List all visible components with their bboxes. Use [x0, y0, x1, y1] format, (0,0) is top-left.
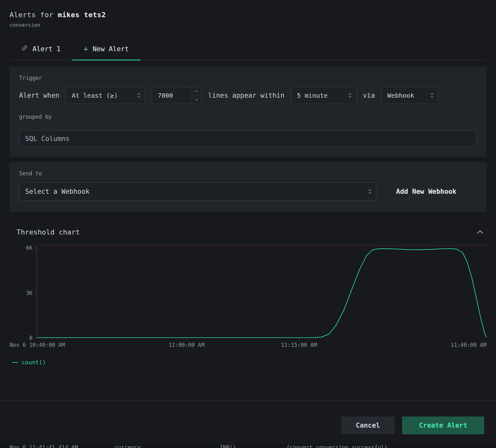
threshold-input[interactable]: 7000: [152, 87, 202, 104]
send-to-label: Send to: [19, 170, 477, 177]
x-tick-mark: [187, 338, 187, 341]
x-tick-label: 11:00:00 AM: [169, 342, 205, 348]
plus-icon: +: [84, 45, 88, 53]
trigger-label: Trigger: [19, 75, 477, 81]
updown-chevron-icon: [137, 92, 141, 99]
y-tick-mark: [34, 293, 37, 293]
step-up-button[interactable]: [192, 87, 201, 96]
updown-chevron-icon: [348, 92, 352, 99]
count-line-chart: [37, 245, 486, 338]
time-window-select[interactable]: 5 minute: [291, 87, 357, 104]
x-axis-labels: Nov 6 10:40:00 AM 11:00:00 AM 11:15:00 A…: [10, 342, 486, 350]
add-new-webhook-button[interactable]: Add New Webhook: [396, 188, 457, 195]
threshold-line: [37, 245, 486, 246]
alert-tabs: Alert 1 + New Alert: [10, 41, 486, 60]
chart-plot: [37, 245, 486, 338]
log-fragment: {convert conversion successful}: [287, 444, 387, 448]
link-icon: [21, 45, 28, 53]
legend-line-swatch: [12, 362, 18, 363]
log-fragment: currency: [115, 444, 141, 448]
chart-header: Threshold chart: [17, 228, 483, 236]
cancel-button[interactable]: Cancel: [341, 416, 395, 434]
collapse-chart-button[interactable]: [477, 229, 483, 235]
tab-alert-1-label: Alert 1: [32, 45, 61, 53]
tab-new-alert[interactable]: + New Alert: [72, 41, 140, 60]
y-axis: 6K 3K 0: [10, 245, 37, 338]
page-title-prefix: Alerts for: [10, 11, 58, 19]
updown-chevron-icon: [430, 92, 434, 99]
alert-when-label: Alert when: [19, 92, 59, 99]
channel-select[interactable]: Webhook: [381, 87, 438, 104]
threshold-stepper: [192, 87, 201, 104]
y-tick-mark: [34, 338, 37, 338]
tab-new-alert-label: New Alert: [93, 45, 129, 53]
log-fragment: Nov 6 11:41:41.414 AM: [10, 444, 78, 448]
chart-grid: 6K 3K 0: [10, 245, 486, 338]
time-window-value: 5 minute: [297, 92, 328, 99]
y-tick-3k: 3K: [26, 290, 37, 296]
alert-modal: { "header": { "title_prefix": "Alerts fo…: [0, 0, 496, 448]
threshold-chart: 6K 3K 0 Nov 6 10:40:00 AM 11:00:00 AM 11…: [10, 245, 486, 366]
x-tick-label: Nov 6 10:40:00 AM: [10, 342, 65, 348]
send-to-section: Send to Select a Webhook Add New Webhook: [10, 162, 486, 212]
tab-alert-1[interactable]: Alert 1: [10, 41, 72, 60]
chart-title: Threshold chart: [17, 228, 80, 236]
trigger-controls-row: Alert when At least (≥) 7000 lines appea…: [19, 87, 477, 104]
footer: Cancel Create Alert: [0, 400, 496, 434]
threshold-value: 7000: [152, 87, 192, 104]
x-tick-label: 11:15:00 AM: [281, 342, 317, 348]
chevron-up-icon: [477, 229, 483, 235]
step-down-button[interactable]: [192, 96, 201, 104]
chart-legend: count(): [12, 359, 486, 366]
background-log-row: Nov 6 11:41:41.414 AM currency INR() {co…: [0, 444, 496, 448]
via-label: via: [363, 92, 375, 99]
condition-select-value: At least (≥): [72, 92, 118, 99]
y-tick-6k: 6K: [26, 245, 37, 251]
footer-buttons: Cancel Create Alert: [0, 401, 496, 434]
sql-columns-input[interactable]: [19, 130, 477, 147]
trigger-section: Trigger Alert when At least (≥) 7000 li: [10, 66, 486, 157]
create-alert-button[interactable]: Create Alert: [402, 416, 484, 434]
y-tick-0: 0: [29, 335, 37, 341]
header: Alerts for mikes tets2 conversion: [0, 0, 496, 28]
page-title: Alerts for mikes tets2: [10, 11, 486, 19]
updown-chevron-icon: [368, 188, 372, 195]
send-to-row: Select a Webhook Add New Webhook: [19, 182, 477, 201]
condition-select[interactable]: At least (≥): [66, 87, 145, 104]
page-title-name: mikes tets2: [58, 11, 106, 19]
x-tick-mark: [299, 338, 300, 341]
legend-series-name: count(): [22, 359, 46, 366]
y-tick-mark: [34, 248, 37, 248]
webhook-select-value: Select a Webhook: [25, 188, 89, 195]
channel-select-value: Webhook: [387, 92, 414, 99]
x-tick-label: 11:40:00 AM: [450, 342, 486, 348]
log-fragment: INR(): [220, 444, 236, 448]
grouped-by-label: grouped by: [19, 114, 477, 120]
webhook-select[interactable]: Select a Webhook: [19, 182, 376, 201]
page-subtitle: conversion: [10, 22, 486, 28]
lines-appear-label: lines appear within: [208, 92, 284, 99]
